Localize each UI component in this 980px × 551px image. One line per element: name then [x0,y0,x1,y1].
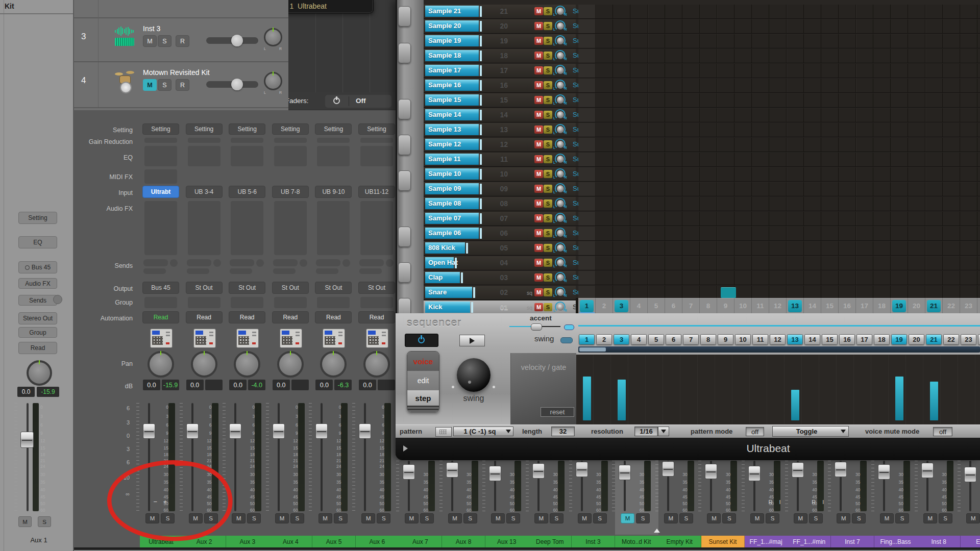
trigger-step-button[interactable]: 18 [874,334,890,345]
channel-mute-button[interactable]: M [448,513,462,523]
group-slot[interactable] [274,297,307,308]
group-slot[interactable] [144,297,177,308]
step-grid-row[interactable] [578,197,980,211]
velocity-bar[interactable] [618,380,626,420]
fader-slot[interactable] [321,403,323,511]
step-grid-row[interactable] [578,182,980,196]
input-button[interactable]: Ultrabt [142,186,179,198]
peak-db-value[interactable]: -6.3 [334,380,352,390]
drum-voice-row[interactable]: Sample 1616MSLRSub 1 [424,79,980,93]
channel-solo-button[interactable]: S [636,513,650,523]
resolution-value[interactable]: 1/16 [634,427,658,436]
track-record-button[interactable]: R [176,35,189,47]
send-slot-2[interactable] [359,268,382,274]
toggle-dropdown[interactable]: Toggle [772,426,849,437]
inspector-setting-button[interactable]: Setting [18,212,57,224]
fader-cap[interactable] [964,467,976,482]
step-number-cell[interactable]: 12 [769,298,787,313]
voice-solo-button[interactable]: S [544,259,552,267]
trigger-step-button[interactable]: 20 [909,334,924,345]
pan-ball[interactable] [557,37,564,44]
fader-slot[interactable] [234,403,236,511]
fader-cap[interactable] [878,464,890,480]
voice-solo-button[interactable]: S [544,288,552,296]
pan-ball[interactable] [557,67,564,74]
pan-ball[interactable] [557,185,564,192]
channel-name[interactable]: Aux 5 [312,536,356,547]
channel-solo-button[interactable]: S [939,513,952,523]
fader-cap[interactable] [186,423,199,439]
drum-voice-row[interactable]: Sample 1111MSLRSub 1 [424,153,980,167]
volume-db-value[interactable]: 0.0 [229,380,247,390]
track-mute-button[interactable]: M [143,35,157,47]
channel-name[interactable]: Aux 6 [356,536,399,547]
channel-name[interactable]: Aux 2 [183,536,226,547]
trigger-step-button[interactable]: 19 [891,334,907,345]
velocity-bar[interactable] [895,377,903,420]
channel-mute-button[interactable]: M [621,513,634,523]
voice-mute-button[interactable]: M [534,244,543,252]
accent-slider[interactable] [509,326,560,327]
channel-solo-button[interactable]: S [420,513,434,523]
fader-cap[interactable] [446,462,458,478]
voice-mute-button[interactable]: M [534,214,543,222]
trigger-step-button[interactable]: 4 [631,334,647,345]
inspector-mute-button[interactable]: M [18,516,32,527]
track-record-button[interactable]: R [176,79,189,91]
voice-solo-button[interactable]: S [544,81,552,89]
inspector-stereo-out-button[interactable]: Stereo Out [18,312,57,324]
sends-on-faders-group[interactable]: Off [325,95,391,108]
pan-ball[interactable] [557,304,564,311]
voice-mute-button[interactable]: M [534,273,543,282]
channel-name[interactable]: Deep Tom [528,536,572,547]
track-solo-button[interactable]: S [158,79,172,91]
channel-mute-button[interactable]: M [145,513,159,523]
step-grid-row[interactable] [578,212,980,226]
trigger-step-button[interactable]: 2 [596,334,612,345]
audio-fx-slot[interactable] [360,201,393,255]
channel-mute-button[interactable]: M [361,513,375,523]
audio-fx-slot[interactable] [188,201,220,255]
automation-mode-button[interactable]: Read [315,311,352,323]
channel-solo-button[interactable]: S [722,513,736,523]
fader-slot[interactable] [148,403,150,511]
step-number-cell[interactable]: 15 [821,298,839,313]
output-button[interactable]: Bus 45 [142,282,179,294]
channel-name[interactable]: Inst 8 [917,536,961,547]
automation-mode-button[interactable]: Read [272,311,309,323]
voice-pan-knob[interactable]: LR [554,80,567,91]
audio-fx-slot[interactable] [274,201,307,255]
channel-name[interactable]: Sunset Kit [701,536,745,547]
voice-solo-button[interactable]: S [544,140,552,148]
pattern-grid-button[interactable] [435,427,452,437]
output-button[interactable]: St Out [229,282,265,294]
step-number-cell[interactable]: 23 [960,298,977,313]
send-slot-2[interactable] [187,268,209,274]
voice-solo-button[interactable]: S [544,126,552,134]
group-slot[interactable] [317,297,350,308]
voice-mute-button[interactable]: M [534,259,543,267]
channel-name[interactable]: FF_1...#min [788,536,831,547]
automation-mode-button[interactable]: Read [229,311,265,323]
fader-cap[interactable] [489,466,501,481]
step-number-cell[interactable]: 10 [734,298,752,313]
reset-button[interactable]: reset [541,407,574,417]
voice-pan-knob[interactable]: LR [554,154,567,165]
voice-pan-knob[interactable]: LR [554,20,567,32]
trigger-step-button[interactable]: 10 [735,334,751,345]
track-solo-button[interactable]: S [158,35,172,47]
voice-mute-button[interactable]: M [534,111,543,119]
pan-ball[interactable] [557,215,564,222]
trigger-step-button[interactable]: 12 [770,334,786,345]
voice-pan-knob[interactable]: LR [554,242,567,254]
pan-ball[interactable] [557,170,564,178]
pan-ball[interactable] [557,259,564,266]
step-grid-row[interactable] [578,286,980,300]
audio-fx-slot[interactable] [317,201,350,255]
pan-knob[interactable] [148,351,174,378]
automation-mode-button[interactable]: Read [358,311,395,323]
voice-mute-button[interactable]: M [534,81,543,89]
send-slot-1[interactable] [187,259,211,266]
step-number-cell[interactable]: 9 [717,298,734,313]
send-slot-1[interactable] [273,259,298,266]
